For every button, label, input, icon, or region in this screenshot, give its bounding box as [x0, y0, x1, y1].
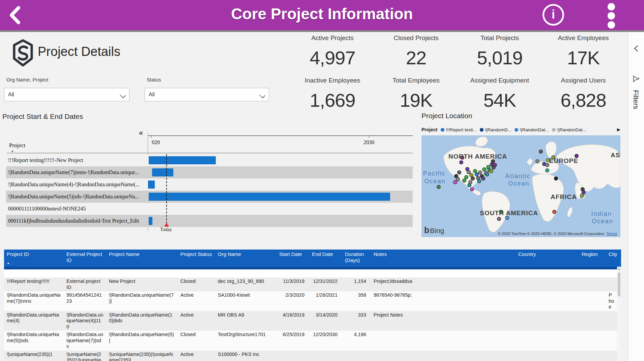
- gantt-bar[interactable]: [152, 168, 173, 176]
- info-icon[interactable]: i: [543, 4, 564, 26]
- map-location-dot[interactable]: [453, 180, 457, 184]
- table-row[interactable]: !!!Report testing!!!!!!External project …: [4, 277, 621, 291]
- legend-item-3[interactable]: !|RandonDat...: [515, 127, 549, 132]
- gantt-track: [148, 215, 413, 227]
- column-header-project-status[interactable]: Project Status: [178, 250, 215, 267]
- column-header-country[interactable]: Country: [516, 250, 579, 267]
- gantt-row[interactable]: !|RandomData.uniqueName(7)|nnns-!|Random…: [6, 166, 413, 178]
- table-cell: 4/16/2019: [276, 311, 309, 331]
- gantt-today-label: Today: [160, 227, 172, 232]
- map-location-dot[interactable]: [437, 185, 441, 189]
- map-location-dot[interactable]: [499, 210, 503, 214]
- column-header-duration-days-[interactable]: Duration (Days): [342, 250, 371, 267]
- legend-item-1[interactable]: !!!Report testi...: [441, 127, 477, 132]
- column-header-external-project-id[interactable]: External Project ID: [64, 250, 106, 267]
- table-cell: [342, 351, 371, 361]
- gantt-row-label: !|RandonData.uniqueName(4)-!|RandonData.…: [8, 178, 145, 191]
- gantt-bar[interactable]: [148, 180, 155, 189]
- expand-filters-icon[interactable]: [633, 45, 640, 52]
- scroll-up-icon[interactable]: ∧: [617, 267, 621, 271]
- table-cell: !|uniqueName(235)|1: [4, 351, 64, 361]
- gantt-bar[interactable]: [149, 193, 390, 201]
- map-location-dot[interactable]: [497, 217, 501, 221]
- column-header-region[interactable]: Region: [579, 250, 606, 267]
- org-filter-dropdown[interactable]: All: [4, 88, 129, 101]
- legend-item-2[interactable]: !|RandomD...: [480, 127, 511, 132]
- map-location-dot[interactable]: [535, 159, 539, 163]
- map-location-dot[interactable]: [477, 179, 481, 183]
- table-cell: Active: [178, 351, 215, 361]
- status-filter-label: Status: [147, 77, 161, 83]
- legend-next-icon[interactable]: ▶: [617, 127, 620, 132]
- gantt-bar[interactable]: [149, 156, 216, 164]
- map-location-dot[interactable]: [457, 170, 461, 174]
- table-row[interactable]: !|uniqueName(235)|1!|uniqueName(235)|1!|…: [4, 351, 621, 361]
- table-row[interactable]: !|RandonData.uniqueName(4)!|RandonData.u…: [4, 311, 621, 331]
- legend-dot-icon: [515, 128, 518, 132]
- chevron-down-icon: [259, 92, 265, 98]
- gantt-row[interactable]: 000001111100000notesf-NONE245: [6, 203, 413, 215]
- column-header-city[interactable]: City: [606, 250, 617, 267]
- table-cell: [606, 351, 617, 361]
- map-location-dot[interactable]: [467, 183, 471, 187]
- map-location-dot[interactable]: [580, 194, 584, 198]
- map-location-dot[interactable]: [470, 187, 474, 191]
- map-location-dot[interactable]: [551, 155, 555, 159]
- column-header-notes[interactable]: Notes: [371, 250, 516, 267]
- table-cell: !|RandonData.uniqueName(7)|sds: [64, 331, 106, 351]
- gantt-row[interactable]: 000111kfjhsdhsudsdusdusdusdsdisdisidsid-…: [6, 215, 413, 227]
- map-location-dot[interactable]: [545, 163, 549, 167]
- table-row[interactable]: !|RandonData.uniqueName(5)|sds!|RandonDa…: [4, 331, 621, 351]
- gantt-track: [148, 166, 413, 178]
- column-header-end-date[interactable]: End Date: [309, 250, 342, 267]
- terms-link[interactable]: Terms: [607, 232, 617, 236]
- column-header-project-id[interactable]: Project ID▲: [4, 250, 64, 267]
- legend-item-4[interactable]: !|RandonDat...: [552, 127, 586, 132]
- table-cell: 1/26/2021: [309, 291, 342, 311]
- bing-map[interactable]: NORTH AMERICAPacificOceanAtlanticOceanEU…: [421, 135, 620, 237]
- map-location-dot[interactable]: [491, 159, 495, 163]
- kpi-value-4: 17K: [541, 42, 625, 76]
- column-header-start-date[interactable]: Start Date: [276, 250, 309, 267]
- map-location-dot[interactable]: [493, 163, 497, 167]
- table-cell: 358: [342, 291, 371, 311]
- gantt-row[interactable]: !!!Report testing!!!!!!-New Project: [6, 154, 413, 166]
- column-header-project-name[interactable]: Project Name: [106, 250, 178, 267]
- gantt-header-rule: [7, 153, 413, 153]
- map-location-dot[interactable]: [539, 150, 543, 154]
- bing-logo[interactable]: bBing: [424, 225, 444, 235]
- collapse-pane-icon[interactable]: «: [139, 129, 143, 137]
- gantt-bar[interactable]: [149, 217, 152, 225]
- table-row[interactable]: !|RandomData.uniqueName(7)|nnns991456454…: [4, 291, 621, 311]
- filters-pane-label[interactable]: Filters: [632, 90, 640, 109]
- more-options-icon[interactable]: [608, 2, 616, 29]
- map-location-dot[interactable]: [471, 176, 475, 180]
- gantt-row[interactable]: !|RandonData.uniqueName(4)-!|RandonData.…: [6, 178, 413, 191]
- map-location-dot[interactable]: [554, 176, 558, 180]
- gantt-column-header[interactable]: Project: [9, 142, 25, 149]
- map-location-dot[interactable]: [546, 158, 550, 162]
- map-location-dot[interactable]: [481, 176, 485, 180]
- map-location-dot[interactable]: [545, 168, 549, 172]
- map-location-dot[interactable]: [505, 216, 509, 220]
- map-region-label: Pacific: [423, 170, 446, 177]
- map-location-dot[interactable]: [462, 178, 466, 183]
- table-scrollbar[interactable]: ∧: [617, 267, 621, 361]
- legend-dot-icon: [480, 128, 484, 132]
- gantt-rows: !!!Report testing!!!!!!-New Project!|Ran…: [6, 154, 413, 227]
- kpi-label-8: Assigned Users: [541, 76, 625, 85]
- column-header-org-name[interactable]: Org Name: [215, 250, 276, 267]
- map-location-dot[interactable]: [485, 172, 489, 176]
- legend-dot-icon: [441, 128, 444, 132]
- filter-funnel-icon: [633, 75, 640, 83]
- gantt-today-line: [166, 154, 167, 224]
- table-header-row: Project ID▲External Project IDProject Na…: [4, 250, 621, 267]
- map-location-dot[interactable]: [459, 160, 463, 164]
- scrollbar-thumb[interactable]: [618, 273, 620, 296]
- map-location-dot[interactable]: [460, 156, 464, 160]
- map-location-dot[interactable]: [552, 210, 556, 214]
- map-location-dot[interactable]: [489, 169, 493, 173]
- gantt-row[interactable]: !|RandonData.uniqueName(5)|sds-!|RandonD…: [6, 191, 413, 203]
- map-location-dot[interactable]: [575, 154, 579, 158]
- status-filter-dropdown[interactable]: All: [145, 88, 269, 101]
